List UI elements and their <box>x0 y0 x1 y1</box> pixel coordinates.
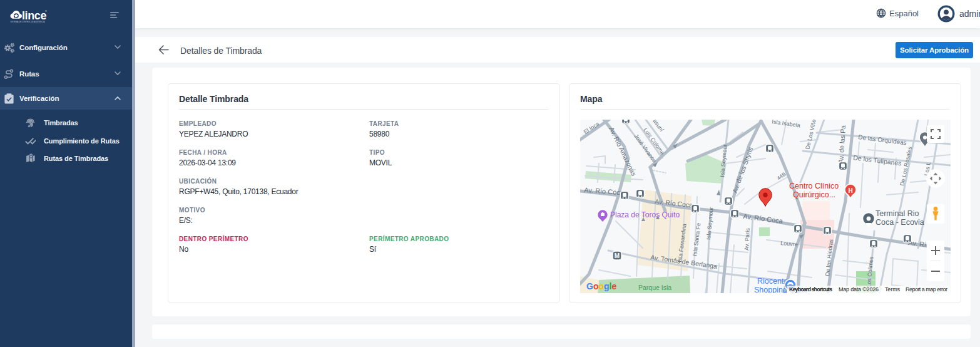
svg-text:Report a map error: Report a map error <box>906 286 947 293</box>
svg-text:M: M <box>615 252 620 259</box>
svg-text:Quirúrgico...: Quirúrgico... <box>793 190 835 199</box>
svg-text:SISTEMA DE CONTROL DE ASISTENC: SISTEMA DE CONTROL DE ASISTENCIA <box>11 20 45 23</box>
svg-text:H: H <box>848 187 852 194</box>
svg-text:Av. París: Av. París <box>743 227 751 251</box>
svg-text:Parque Isla: Parque Isla <box>638 284 671 291</box>
svg-text:Plaza de Toros Quito: Plaza de Toros Quito <box>610 210 680 219</box>
svg-text:Keyboard shortcuts: Keyboard shortcuts <box>789 286 832 293</box>
svg-text:Centro Clínico: Centro Clínico <box>789 182 839 190</box>
svg-text:Terms: Terms <box>885 286 901 293</box>
svg-text:Map data ©2026: Map data ©2026 <box>839 286 879 293</box>
svg-text:Coca - Ecovia: Coca - Ecovia <box>875 218 924 227</box>
svg-text:Google: Google <box>586 281 616 291</box>
svg-text:Terminal Rio: Terminal Rio <box>875 209 919 218</box>
